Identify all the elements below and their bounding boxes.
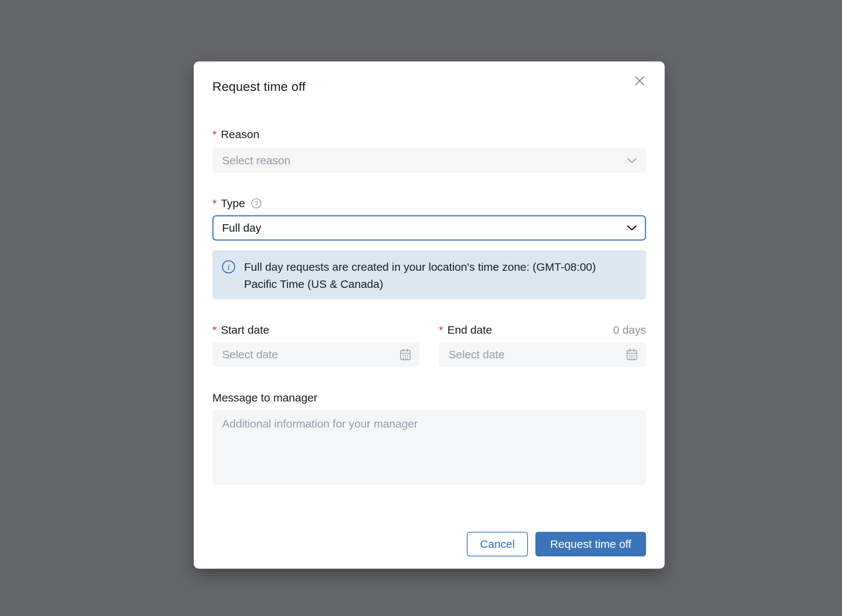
start-date-field[interactable] xyxy=(212,342,420,367)
close-button[interactable] xyxy=(633,74,647,88)
dialog-footer: Cancel Request time off xyxy=(212,532,646,556)
required-asterisk: * xyxy=(212,323,217,337)
svg-text:i: i xyxy=(227,263,229,272)
type-select[interactable]: Full day xyxy=(212,215,646,241)
chevron-down-icon xyxy=(627,157,637,164)
request-time-off-dialog: Request time off * Reason Select reason … xyxy=(194,62,665,569)
end-date-input[interactable] xyxy=(439,342,646,367)
modal-backdrop: Request time off * Reason Select reason … xyxy=(0,0,842,616)
message-textarea[interactable] xyxy=(212,410,646,485)
question-mark-icon[interactable]: ? xyxy=(251,198,262,208)
start-date-label: Start date xyxy=(221,323,269,337)
dialog-title: Request time off xyxy=(212,79,646,94)
date-fields-row: * Start date xyxy=(212,323,646,367)
type-label: Type xyxy=(221,197,245,210)
start-date-label-row: * Start date xyxy=(212,323,420,337)
info-banner: i Full day requests are created in your … xyxy=(212,250,646,299)
start-date-input[interactable] xyxy=(212,342,420,367)
calendar-icon[interactable] xyxy=(399,348,412,362)
submit-button[interactable]: Request time off xyxy=(535,532,646,556)
required-asterisk: * xyxy=(212,128,217,141)
end-date-field[interactable] xyxy=(439,342,646,367)
reason-label-row: * Reason xyxy=(212,128,646,141)
x-icon xyxy=(634,82,645,88)
duration-badge: 0 days xyxy=(613,323,646,337)
end-date-label-group: * End date xyxy=(439,323,492,337)
type-label-row: * Type ? xyxy=(212,197,646,210)
required-asterisk: * xyxy=(212,197,217,210)
cancel-button[interactable]: Cancel xyxy=(467,532,528,556)
reason-label: Reason xyxy=(221,128,259,141)
end-date-label-row: * End date 0 days xyxy=(439,323,646,337)
type-select-value: Full day xyxy=(222,221,261,234)
calendar-icon[interactable] xyxy=(625,348,639,362)
reason-placeholder: Select reason xyxy=(222,154,290,167)
info-icon: i xyxy=(222,260,235,274)
start-date-column: * Start date xyxy=(212,323,420,367)
chevron-down-icon xyxy=(627,224,637,231)
message-label: Message to manager xyxy=(212,391,646,405)
svg-text:?: ? xyxy=(254,200,258,207)
reason-select[interactable]: Select reason xyxy=(212,148,646,173)
end-date-column: * End date 0 days xyxy=(439,323,646,367)
end-date-label: End date xyxy=(447,323,492,337)
required-asterisk: * xyxy=(439,323,443,337)
info-banner-text: Full day requests are created in your lo… xyxy=(244,258,620,293)
